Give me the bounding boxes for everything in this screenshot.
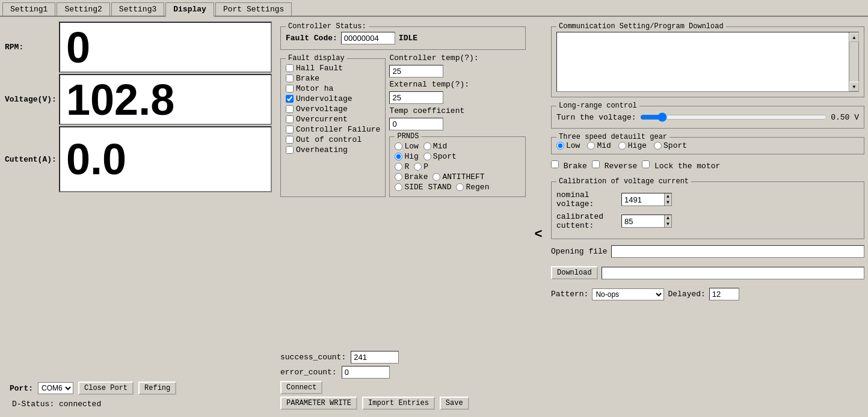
nominal-spin-down[interactable]: ▼ bbox=[665, 199, 671, 205]
prnds-sport-radio[interactable] bbox=[423, 153, 431, 160]
prnds-mid[interactable]: Mid bbox=[423, 142, 447, 151]
success-count-label: success_count: bbox=[280, 353, 346, 362]
overheating-checkbox[interactable] bbox=[286, 146, 294, 154]
prnds-low[interactable]: Low bbox=[395, 142, 418, 151]
tab-setting3[interactable]: Setting3 bbox=[111, 2, 164, 16]
rpm-row: RPM: 0 bbox=[5, 22, 272, 73]
external-temp-row: External temp(?): bbox=[389, 80, 526, 89]
overcurrent-checkbox[interactable] bbox=[286, 115, 294, 123]
controller-failure-checkbox[interactable] bbox=[286, 126, 294, 133]
port-select[interactable]: COM6 COM1 COM2 COM3 COM4 COM5 bbox=[38, 382, 73, 394]
prnds-side-radio[interactable] bbox=[395, 183, 402, 191]
fault-display-title: Fault display bbox=[286, 54, 347, 62]
param-write-button[interactable]: PARAMETER WRITE bbox=[280, 397, 357, 410]
pattern-select[interactable]: No-ops Mode1 Mode2 bbox=[592, 288, 664, 300]
prnds-r[interactable]: R bbox=[395, 162, 409, 171]
speed-low[interactable]: Low bbox=[556, 141, 580, 150]
current-row: Cuttent(A): 0.0 bbox=[5, 126, 272, 192]
prnds-antitheft[interactable]: ANTITHEFT bbox=[432, 172, 484, 181]
prnds-brake-radio[interactable] bbox=[395, 173, 402, 181]
hall-fault-label: Hall Fault bbox=[296, 64, 343, 73]
external-temp-label: External temp(?): bbox=[389, 80, 469, 89]
prnds-mid-radio[interactable] bbox=[423, 142, 431, 150]
download-button[interactable]: Download bbox=[551, 266, 598, 279]
motor-checkbox[interactable] bbox=[286, 85, 294, 93]
tab-setting1[interactable]: Setting1 bbox=[2, 2, 55, 16]
prnds-p[interactable]: P bbox=[414, 162, 428, 171]
long-range-group: Long-range control Turn the voltage: 0.5… bbox=[551, 106, 864, 129]
speed-low-radio[interactable] bbox=[556, 142, 564, 150]
success-count-input[interactable] bbox=[351, 351, 399, 364]
lock-check[interactable] bbox=[642, 160, 650, 168]
brake-check-label[interactable]: Brake bbox=[551, 160, 587, 171]
prnds-r-radio[interactable] bbox=[395, 163, 402, 171]
error-count-input[interactable] bbox=[342, 366, 390, 379]
calibrated-spin-up[interactable]: ▲ bbox=[665, 215, 671, 221]
brake-reverse-row: Brake Reverse Lock the motor bbox=[551, 160, 864, 171]
lock-check-label[interactable]: Lock the motor bbox=[642, 160, 720, 171]
download-status-input[interactable] bbox=[602, 267, 864, 279]
prnds-p-radio[interactable] bbox=[414, 163, 422, 171]
speed-mid[interactable]: Mid bbox=[587, 141, 611, 150]
out-of-control-label: Out of control bbox=[296, 135, 362, 144]
scroll-up-btn[interactable]: ▲ bbox=[849, 32, 859, 42]
tab-port-settings[interactable]: Port Settings bbox=[215, 2, 292, 16]
external-temp-input[interactable] bbox=[389, 91, 443, 104]
fault-code-input[interactable] bbox=[341, 32, 395, 44]
speed-radio-row: Low Mid Hige Sport bbox=[556, 141, 859, 150]
brake-check[interactable] bbox=[551, 160, 559, 168]
voltage-slider[interactable] bbox=[640, 112, 828, 122]
prnds-low-radio[interactable] bbox=[395, 142, 402, 150]
prnds-high-radio[interactable] bbox=[395, 153, 402, 160]
calibrated-spin-down[interactable]: ▼ bbox=[665, 221, 671, 227]
prnds-sport[interactable]: Sport bbox=[423, 152, 457, 161]
nominal-input[interactable] bbox=[622, 194, 664, 205]
prnds-regen[interactable]: Regen bbox=[456, 183, 489, 192]
error-count-row: error_count: bbox=[280, 366, 526, 379]
opening-file-row: Opening file bbox=[551, 245, 864, 258]
calibrated-label: calibrated cuttent: bbox=[556, 212, 617, 230]
temp-coeff-input[interactable] bbox=[389, 118, 443, 130]
prnds-brake[interactable]: Brake bbox=[395, 172, 428, 181]
delayed-input[interactable] bbox=[709, 288, 739, 300]
close-port-button[interactable]: Close Port bbox=[78, 382, 134, 395]
prnds-regen-radio[interactable] bbox=[456, 183, 464, 191]
reverse-check-label[interactable]: Reverse bbox=[592, 160, 637, 171]
calibrated-input[interactable] bbox=[622, 216, 664, 227]
overcurrent-label: Overcurrent bbox=[296, 115, 348, 124]
file-path-input[interactable] bbox=[611, 245, 864, 258]
nominal-spin-up[interactable]: ▲ bbox=[665, 193, 671, 199]
undervoltage-checkbox[interactable] bbox=[286, 95, 294, 103]
speed-mid-radio[interactable] bbox=[587, 142, 595, 150]
fault-under: Undervoltage bbox=[286, 94, 380, 103]
speed-sport[interactable]: Sport bbox=[654, 141, 687, 150]
tab-setting2[interactable]: Setting2 bbox=[57, 2, 109, 16]
prnds-high[interactable]: Hig bbox=[395, 152, 418, 161]
hall-fault-checkbox[interactable] bbox=[286, 64, 294, 72]
prnds-side-stand[interactable]: SIDE STAND bbox=[395, 183, 451, 192]
overvoltage-checkbox[interactable] bbox=[286, 105, 294, 113]
save-button[interactable]: Save bbox=[440, 397, 469, 410]
connect-button[interactable]: Connect bbox=[280, 381, 322, 394]
import-button[interactable]: Import Entries bbox=[362, 397, 435, 410]
current-value: 0.0 bbox=[66, 138, 126, 181]
brake-checkbox[interactable] bbox=[286, 75, 294, 82]
controller-temp-input[interactable] bbox=[389, 65, 443, 78]
reverse-check[interactable] bbox=[592, 160, 600, 168]
pattern-label: Pattern: bbox=[551, 290, 588, 299]
arrow-separator[interactable]: < bbox=[529, 17, 547, 416]
out-of-control-checkbox[interactable] bbox=[286, 136, 294, 144]
controller-failure-label: Controller Failure bbox=[296, 125, 380, 134]
lock-text: Lock the motor bbox=[654, 162, 720, 171]
comm-textarea[interactable] bbox=[557, 32, 849, 87]
brake-text: Brake bbox=[564, 162, 587, 171]
speed-sport-radio[interactable] bbox=[654, 142, 662, 150]
tab-display[interactable]: Display bbox=[165, 2, 214, 17]
scroll-down-btn[interactable]: ▼ bbox=[849, 82, 859, 91]
prnds-row-5: SIDE STAND Regen bbox=[395, 183, 520, 192]
speed-hige[interactable]: Hige bbox=[618, 141, 647, 150]
refine-button[interactable]: Refing bbox=[138, 382, 176, 395]
controller-status-title: Controller Status: bbox=[286, 22, 369, 31]
speed-hige-radio[interactable] bbox=[618, 142, 626, 150]
prnds-antitheft-radio[interactable] bbox=[432, 173, 440, 181]
